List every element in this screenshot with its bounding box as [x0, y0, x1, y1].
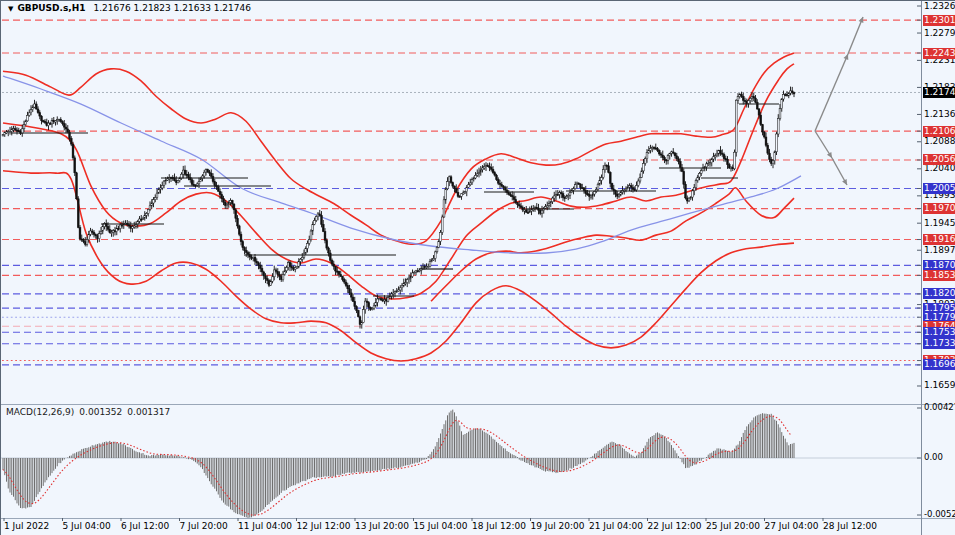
level-price-label: 1.20560: [923, 154, 955, 165]
time-label: 11 Jul 04:00: [238, 521, 292, 531]
price-tick-label: 1.16590: [924, 380, 955, 391]
time-label: 21 Jul 04:00: [589, 521, 643, 531]
time-label: 5 Jul 04:00: [63, 521, 111, 531]
macd-scale-top-label: 0.00427: [924, 402, 955, 413]
time-label: 12 Jul 12:00: [297, 521, 351, 531]
time-axis[interactable]: 1 Jul 20225 Jul 04:006 Jul 12:007 Jul 20…: [1, 519, 921, 535]
trading-chart-window: ▼GBPUSD.s,H11.21676 1.21823 1.21633 1.21…: [0, 0, 955, 535]
price-scale[interactable]: 0.00427 0.00 -0.005202 1.232651.227901.2…: [922, 1, 955, 535]
level-price-label: 1.18533: [923, 270, 955, 281]
level-price-label: 1.21067: [923, 126, 955, 137]
time-label: 22 Jul 12:00: [648, 521, 702, 531]
level-price-label: 1.20059: [923, 183, 955, 194]
time-label: 7 Jul 20:00: [180, 521, 228, 531]
time-label: 19 Jul 20:00: [531, 521, 585, 531]
macd-indicator-title: MACD(12,26,9)0.0013520.001317: [6, 407, 175, 417]
lower-band-tight-curve: [431, 188, 794, 301]
macd-scale-bottom-label: -0.005202: [924, 509, 955, 520]
time-label: 28 Jul 12:00: [823, 521, 877, 531]
level-price-label: 1.18207: [923, 288, 955, 299]
macd-value: 0.001352: [79, 407, 122, 417]
projection-arrow-1[interactable]: [848, 17, 863, 54]
macd-signal-value: 0.001317: [127, 407, 170, 417]
level-price-label: 1.17332: [923, 338, 955, 349]
price-tick-label: 1.21360: [924, 109, 955, 120]
chart-plot-canvas[interactable]: [1, 1, 955, 535]
level-price-label: 1.19706: [923, 203, 955, 214]
macd-scale-zero-label: 0.00: [924, 452, 955, 463]
price-tick-label: 1.20880: [924, 136, 955, 147]
price-tick-label: 1.18975: [924, 245, 955, 256]
price-tick-label: 1.22790: [924, 28, 955, 39]
upper-band-curve: [3, 53, 794, 244]
time-label: 25 Jul 20:00: [706, 521, 760, 531]
level-price-label: 1.16961: [923, 359, 955, 370]
chart-title: ▼GBPUSD.s,H11.21676 1.21823 1.21633 1.21…: [8, 3, 251, 13]
price-tick-label: 1.23265: [924, 1, 955, 12]
ohlc-values-label: 1.21676 1.21823 1.21633 1.21746: [93, 3, 250, 13]
level-price-label: 1.22439: [923, 48, 955, 59]
price-tick-label: 1.19450: [924, 218, 955, 229]
macd-label: MACD(12,26,9): [6, 407, 74, 417]
current-price-label: 1.21746: [923, 87, 955, 98]
middle-band-curve: [3, 64, 794, 299]
time-label: 6 Jul 12:00: [121, 521, 169, 531]
collapse-indicator-icon[interactable]: ▼: [8, 5, 13, 13]
time-label: 15 Jul 04:00: [414, 521, 468, 531]
macd-histogram: [3, 410, 794, 519]
symbol-period-label: GBPUSD.s,H1: [17, 3, 85, 13]
time-label: 13 Jul 20:00: [355, 521, 409, 531]
time-label: 1 Jul 2022: [4, 521, 49, 531]
level-price-label: 1.17533: [923, 327, 955, 338]
level-price-label: 1.23017: [923, 15, 955, 26]
time-label: 18 Jul 12:00: [472, 521, 526, 531]
level-price-label: 1.19163: [923, 234, 955, 245]
time-label: 27 Jul 04:00: [765, 521, 819, 531]
